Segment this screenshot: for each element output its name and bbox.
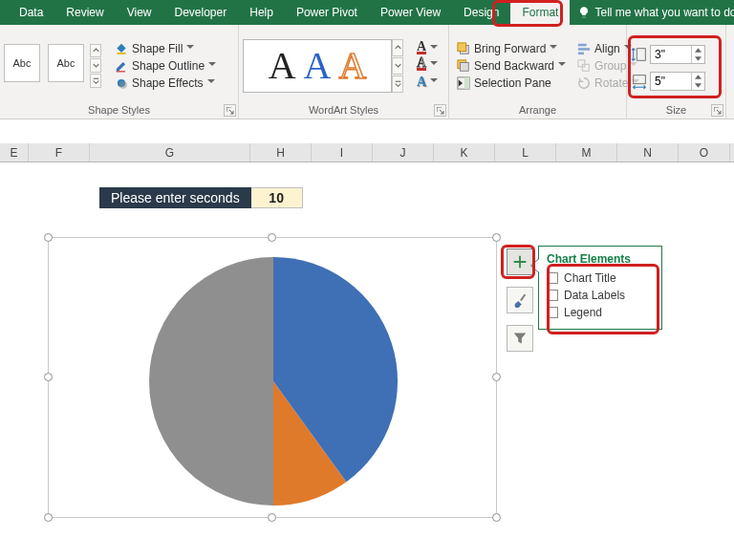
text-outline-button[interactable]: A (413, 57, 442, 72)
resize-handle[interactable] (44, 513, 53, 522)
rotate-icon (577, 76, 591, 90)
width-down[interactable] (692, 81, 704, 90)
bucket-icon (115, 42, 128, 55)
selection-pane-button[interactable]: Selection Pane (453, 75, 570, 91)
tab-view[interactable]: View (116, 0, 163, 25)
pie-chart (49, 238, 498, 519)
col-header[interactable]: N (617, 143, 679, 162)
width-icon (631, 73, 648, 90)
svg-rect-17 (637, 48, 645, 60)
group-shape-styles: Abc Abc Shape Fill Shape Outline (0, 25, 239, 118)
col-header[interactable]: O (679, 143, 730, 162)
flyout-item-data-labels[interactable]: Data Labels (547, 287, 654, 304)
flyout-item-legend[interactable]: Legend (547, 304, 654, 321)
style-gallery-up[interactable] (90, 44, 101, 58)
svg-rect-1 (117, 53, 125, 54)
bring-forward-icon (457, 42, 470, 55)
shape-style-preset-1[interactable]: Abc (4, 44, 40, 82)
chart-styles-button[interactable] (507, 287, 533, 313)
svg-rect-11 (464, 76, 469, 88)
wordart-dialog-launcher[interactable] (434, 104, 446, 117)
wordart-gallery-down[interactable] (392, 57, 403, 75)
ribbon: Abc Abc Shape Fill Shape Outline (0, 25, 734, 119)
col-header[interactable]: F (29, 143, 90, 162)
text-fill-button[interactable]: A (413, 41, 442, 55)
tab-developer[interactable]: Developer (163, 0, 239, 25)
shape-effects-button[interactable]: Shape Effects (111, 75, 220, 91)
tab-powerpivot[interactable]: Power Pivot (285, 0, 369, 25)
wordart-gallery-up[interactable] (392, 39, 403, 56)
wordart-gallery[interactable]: A A A (243, 39, 392, 93)
height-up[interactable] (692, 46, 704, 54)
tab-design[interactable]: Design (452, 0, 510, 25)
resize-handle[interactable] (492, 513, 501, 522)
col-header[interactable]: H (250, 143, 312, 162)
col-header[interactable]: J (373, 143, 434, 162)
bring-forward-button[interactable]: Bring Forward (453, 41, 570, 56)
tab-powerview[interactable]: Power View (369, 0, 452, 25)
align-icon (577, 42, 591, 55)
chart-side-buttons (507, 248, 533, 352)
flyout-item-chart-title[interactable]: Chart Title (547, 269, 654, 287)
height-icon (631, 46, 648, 63)
group-size: 3" 5" Size (627, 25, 726, 118)
resize-handle[interactable] (44, 373, 53, 381)
size-dialog-launcher[interactable] (711, 104, 723, 117)
tab-data[interactable]: Data (8, 0, 54, 25)
group-icon (577, 59, 591, 73)
chart-filters-button[interactable] (507, 325, 533, 352)
chart-object[interactable] (48, 237, 497, 518)
tab-help[interactable]: Help (238, 0, 285, 25)
checkbox[interactable] (547, 290, 558, 301)
col-header[interactable]: M (556, 143, 617, 162)
svg-rect-9 (461, 62, 469, 71)
seconds-value-cell[interactable]: 10 (251, 187, 303, 208)
column-headers: E F G H I J K L M N O (0, 143, 734, 162)
send-backward-icon (457, 59, 470, 73)
resize-handle[interactable] (268, 513, 276, 522)
shape-styles-dialog-launcher[interactable] (224, 104, 236, 117)
tab-format[interactable]: Format (510, 0, 570, 25)
worksheet[interactable]: E F G H I J K L M N O Please enter secon… (0, 143, 734, 560)
svg-rect-12 (578, 43, 587, 46)
checkbox[interactable] (547, 272, 558, 284)
tell-me-search[interactable]: Tell me what you want to do (570, 0, 734, 25)
svg-rect-16 (582, 64, 589, 71)
height-down[interactable] (692, 54, 704, 63)
svg-rect-0 (93, 77, 98, 78)
col-header[interactable]: G (90, 143, 250, 162)
shape-fill-button[interactable]: Shape Fill (111, 41, 220, 56)
tab-review[interactable]: Review (54, 0, 115, 25)
effects-icon (115, 76, 128, 90)
resize-handle[interactable] (492, 233, 501, 242)
svg-point-4 (119, 80, 127, 88)
height-input[interactable]: 3" (650, 45, 705, 64)
svg-rect-13 (578, 48, 590, 51)
group-label-size: Size (631, 102, 722, 118)
style-gallery-more[interactable] (90, 74, 101, 88)
flyout-title: Chart Elements (547, 252, 654, 266)
width-up[interactable] (692, 73, 704, 81)
resize-handle[interactable] (492, 373, 501, 381)
send-backward-button[interactable]: Send Backward (453, 58, 570, 74)
tell-me-label: Tell me what you want to do (594, 6, 734, 19)
resize-handle[interactable] (44, 233, 53, 242)
pen-icon (115, 59, 128, 73)
col-header[interactable]: I (312, 143, 373, 162)
style-gallery-down[interactable] (90, 58, 101, 73)
group-wordart-styles: A A A A A A WordArt Styles (239, 25, 449, 118)
col-header[interactable]: E (0, 143, 29, 162)
col-header[interactable]: K (434, 143, 495, 162)
wordart-gallery-more[interactable] (392, 75, 403, 93)
resize-handle[interactable] (268, 233, 276, 242)
text-effects-button[interactable]: A (413, 74, 442, 91)
chart-elements-button[interactable] (507, 248, 533, 275)
shape-style-preset-2[interactable]: Abc (48, 44, 84, 82)
width-input[interactable]: 5" (650, 72, 705, 91)
svg-rect-18 (634, 75, 646, 83)
checkbox[interactable] (547, 307, 558, 318)
svg-rect-15 (578, 59, 585, 66)
shape-outline-button[interactable]: Shape Outline (111, 58, 220, 74)
svg-rect-2 (117, 71, 125, 72)
col-header[interactable]: L (495, 143, 556, 162)
